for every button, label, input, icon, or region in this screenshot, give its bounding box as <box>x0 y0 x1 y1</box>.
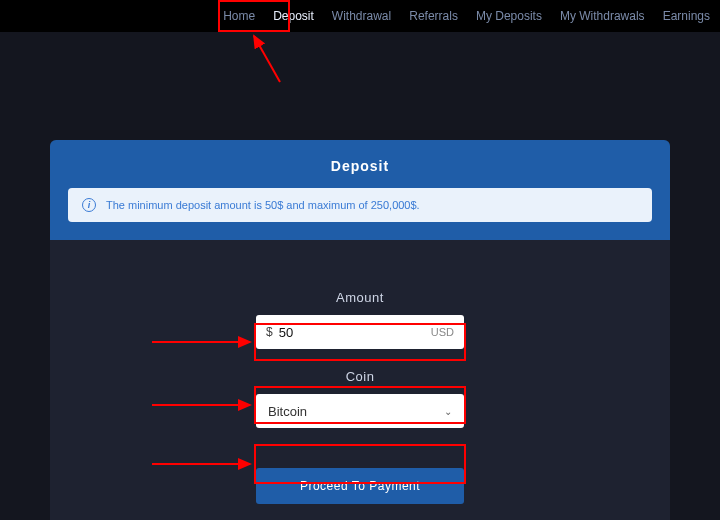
deposit-card: Deposit i The minimum deposit amount is … <box>50 140 670 520</box>
card-header: Deposit i The minimum deposit amount is … <box>50 140 670 240</box>
coin-label: Coin <box>256 369 464 384</box>
nav-referrals[interactable]: Referrals <box>409 9 458 23</box>
card-body: Amount $ 50 USD Coin Bitcoin ⌄ Proceed T… <box>50 240 670 520</box>
amount-suffix: USD <box>431 326 454 338</box>
nav-deposit[interactable]: Deposit <box>273 9 314 23</box>
coin-selected: Bitcoin <box>268 404 307 419</box>
info-text: The minimum deposit amount is 50$ and ma… <box>106 199 420 211</box>
amount-prefix: $ <box>266 325 273 339</box>
proceed-button[interactable]: Proceed To Payment <box>256 468 464 504</box>
nav-my-withdrawals[interactable]: My Withdrawals <box>560 9 645 23</box>
arrow-to-nav <box>218 32 288 88</box>
amount-group: Amount $ 50 USD <box>256 290 464 349</box>
submit-group: Proceed To Payment <box>256 468 464 504</box>
card-title: Deposit <box>50 158 670 174</box>
nav-withdrawal[interactable]: Withdrawal <box>332 9 391 23</box>
coin-group: Coin Bitcoin ⌄ <box>256 369 464 428</box>
top-nav: Home Deposit Withdrawal Referrals My Dep… <box>0 0 720 32</box>
svg-line-0 <box>254 36 280 82</box>
chevron-down-icon: ⌄ <box>444 406 452 417</box>
amount-input[interactable]: $ 50 USD <box>256 315 464 349</box>
nav-earnings[interactable]: Earnings <box>663 9 710 23</box>
nav-my-deposits[interactable]: My Deposits <box>476 9 542 23</box>
nav-home[interactable]: Home <box>223 9 255 23</box>
amount-label: Amount <box>256 290 464 305</box>
coin-select[interactable]: Bitcoin ⌄ <box>256 394 464 428</box>
amount-value: 50 <box>279 325 431 340</box>
info-bar: i The minimum deposit amount is 50$ and … <box>68 188 652 222</box>
info-icon: i <box>82 198 96 212</box>
